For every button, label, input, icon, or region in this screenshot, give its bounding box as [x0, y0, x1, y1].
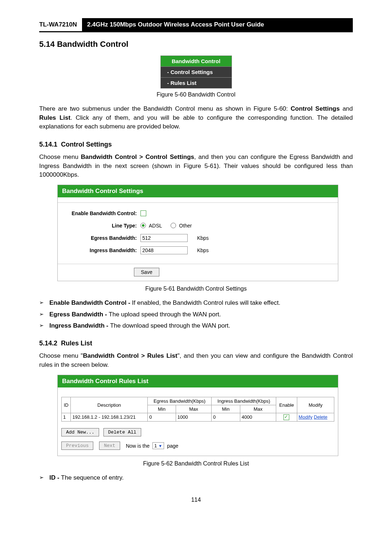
rules-list-paragraph: Choose menu "Bandwidth Control > Rules L…	[39, 352, 353, 369]
cell-imax: 4000	[240, 413, 276, 422]
rules-list-panel: Bandwidth Control Rules List ID Descript…	[57, 375, 338, 456]
bandwidth-control-settings-panel: Bandwidth Control Settings Enable Bandwi…	[57, 185, 338, 281]
ingress-unit: Kbps	[197, 247, 209, 253]
bullet-enable: Enable Bandwidth Control - If enabled, t…	[39, 299, 353, 307]
chevron-down-icon: ▼	[158, 444, 162, 448]
ingress-label: Ingress Bandwidth:	[64, 247, 140, 253]
cell-desc: 192.168.1.2 - 192.168.1.23/21	[71, 413, 148, 422]
col-modify: Modify	[297, 397, 334, 413]
model-label: TL-WA7210N	[39, 18, 82, 31]
ingress-input[interactable]: 2048	[140, 246, 188, 254]
delete-all-button[interactable]: Delete All	[103, 428, 141, 436]
menu-item-control-settings[interactable]: - Control Settings	[161, 67, 232, 78]
radio-other[interactable]	[171, 223, 176, 228]
col-emin: Min	[148, 405, 176, 413]
col-emax: Max	[176, 405, 211, 413]
section-heading: 5.14 Bandwidth Control	[39, 40, 353, 49]
cell-imin: 0	[212, 413, 240, 422]
bullet-egress: Egress Bandwidth - The upload speed thro…	[39, 310, 353, 319]
radio-other-label: Other	[179, 223, 192, 229]
figure-60-caption: Figure 5-60 Bandwidth Control	[39, 91, 353, 98]
subsection-control-settings: 5.14.1 Control Settings	[39, 141, 353, 148]
next-button[interactable]: Next	[99, 442, 120, 450]
settings-panel-title: Bandwidth Control Settings	[58, 185, 338, 197]
rules-panel-title: Bandwidth Control Rules List	[58, 375, 338, 387]
bandwidth-control-menu: Bandwidth Control - Control Settings - R…	[160, 56, 232, 89]
cell-emin: 0	[148, 413, 176, 422]
radio-adsl-label: ADSL	[149, 223, 162, 229]
page-select[interactable]: 1 ▼	[152, 442, 164, 449]
col-egress: Egress Bandwidth(Kbps)	[148, 397, 212, 405]
guide-title: 2.4GHz 150Mbps Outdoor Wireless Access P…	[82, 18, 353, 31]
add-new-button[interactable]: Add New...	[61, 428, 99, 436]
settings-bullets: Enable Bandwidth Control - If enabled, t…	[39, 299, 353, 330]
egress-label: Egress Bandwidth:	[64, 235, 140, 241]
page-number: 114	[39, 497, 353, 503]
col-desc: Description	[71, 397, 148, 413]
table-row: 1 192.168.1.2 - 192.168.1.23/21 0 1000 0…	[62, 413, 334, 422]
delete-link[interactable]: Delete	[314, 414, 328, 420]
bullet-ingress: Ingress Bandwidth - The download speed t…	[39, 321, 353, 330]
cell-emax: 1000	[176, 413, 211, 422]
col-ingress: Ingress Bandwidth(Kbps)	[212, 397, 276, 405]
rules-bullets: ID - The sequence of entry.	[39, 473, 353, 482]
subsection-rules-list: 5.14.2 Rules List	[39, 340, 353, 347]
pager-suffix: page	[167, 443, 178, 449]
rules-table: ID Description Egress Bandwidth(Kbps) In…	[61, 397, 334, 422]
pager-prefix: Now is the	[126, 443, 150, 449]
figure-62-caption: Figure 5-62 Bandwidth Control Rules List	[39, 460, 353, 467]
page-header: TL-WA7210N 2.4GHz 150Mbps Outdoor Wirele…	[39, 18, 353, 32]
enable-checkbox[interactable]	[140, 210, 146, 216]
menu-head: Bandwidth Control	[161, 56, 232, 67]
intro-paragraph: There are two submenus under the Bandwid…	[39, 104, 353, 131]
bullet-id: ID - The sequence of entry.	[39, 473, 353, 482]
modify-link[interactable]: Modify	[299, 414, 313, 420]
enable-label: Enable Bandwidth Control:	[64, 210, 140, 216]
previous-button[interactable]: Previous	[61, 442, 93, 450]
row-enable-checkbox[interactable]	[283, 414, 289, 420]
col-imin: Min	[212, 405, 240, 413]
egress-unit: Kbps	[197, 235, 209, 241]
figure-61-caption: Figure 5-61 Bandwidth Control Settings	[39, 286, 353, 292]
control-settings-paragraph: Choose menu Bandwidth Control > Control …	[39, 153, 353, 180]
menu-item-rules-list[interactable]: - Rules List	[161, 78, 232, 88]
col-enable: Enable	[276, 397, 297, 413]
save-button[interactable]: Save	[134, 268, 159, 276]
egress-input[interactable]: 512	[140, 234, 188, 242]
col-id: ID	[62, 397, 71, 413]
col-imax: Max	[240, 405, 276, 413]
line-type-label: Line Type:	[64, 223, 140, 229]
cell-id: 1	[62, 413, 71, 422]
radio-adsl[interactable]	[140, 223, 146, 228]
